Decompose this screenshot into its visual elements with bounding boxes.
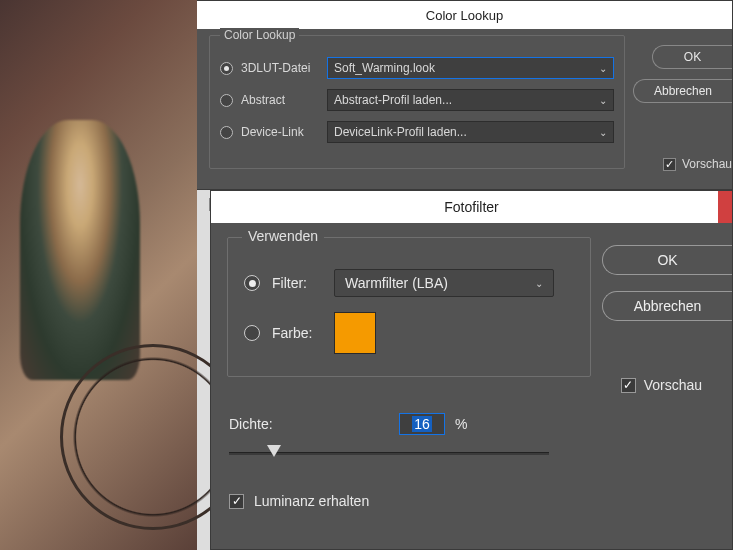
- radio-farbe[interactable]: [244, 325, 260, 341]
- fotofilter-dialog: Fotofilter Verwenden Filter: Warmfilter …: [210, 190, 733, 550]
- label-3dlut: 3DLUT-Datei: [241, 61, 319, 75]
- farbe-row: Farbe:: [244, 308, 574, 358]
- preview-row: Vorschau: [663, 157, 732, 171]
- select-filter-value: Warmfilter (LBA): [345, 275, 448, 291]
- chevron-down-icon: ⌄: [535, 278, 543, 289]
- radio-abstract[interactable]: [220, 94, 233, 107]
- preview-label: Vorschau: [682, 157, 732, 171]
- preview-checkbox[interactable]: [663, 158, 676, 171]
- chevron-down-icon: ⌄: [599, 95, 607, 106]
- ok-button[interactable]: OK: [602, 245, 732, 275]
- chevron-down-icon: ⌄: [599, 63, 607, 74]
- preview-label: Vorschau: [644, 377, 702, 393]
- dichte-input[interactable]: 16: [399, 413, 445, 435]
- chevron-down-icon: ⌄: [599, 127, 607, 138]
- luminanz-checkbox[interactable]: [229, 494, 244, 509]
- dichte-control: Dichte: 16 %: [229, 413, 589, 461]
- radio-3dlut[interactable]: [220, 62, 233, 75]
- color-lookup-dialog: Color Lookup Color Lookup 3DLUT-Datei So…: [197, 0, 733, 190]
- fotofilter-titlebar[interactable]: Fotofilter: [211, 191, 732, 223]
- dichte-slider[interactable]: [229, 445, 549, 461]
- preview-row: Vorschau: [621, 377, 702, 393]
- luminanz-label: Luminanz erhalten: [254, 493, 369, 509]
- select-devicelink-value: DeviceLink-Profil laden...: [334, 125, 467, 139]
- label-devicelink: Device-Link: [241, 125, 319, 139]
- verwenden-legend: Verwenden: [242, 228, 324, 244]
- dichte-unit: %: [455, 416, 467, 432]
- option-3dlut: 3DLUT-Datei Soft_Warming.look ⌄: [220, 52, 614, 84]
- label-farbe: Farbe:: [272, 325, 322, 341]
- radio-devicelink[interactable]: [220, 126, 233, 139]
- select-devicelink[interactable]: DeviceLink-Profil laden... ⌄: [327, 121, 614, 143]
- ok-button[interactable]: OK: [652, 45, 732, 69]
- color-swatch[interactable]: [334, 312, 376, 354]
- option-devicelink: Device-Link DeviceLink-Profil laden... ⌄: [220, 116, 614, 148]
- close-icon[interactable]: [718, 191, 732, 223]
- preview-photo: [0, 0, 197, 550]
- radio-filter[interactable]: [244, 275, 260, 291]
- select-3dlut[interactable]: Soft_Warming.look ⌄: [327, 57, 614, 79]
- select-abstract[interactable]: Abstract-Profil laden... ⌄: [327, 89, 614, 111]
- select-filter[interactable]: Warmfilter (LBA) ⌄: [334, 269, 554, 297]
- slider-thumb[interactable]: [267, 445, 281, 457]
- color-lookup-group: Color Lookup 3DLUT-Datei Soft_Warming.lo…: [209, 35, 625, 169]
- luminanz-row: Luminanz erhalten: [229, 493, 369, 509]
- select-abstract-value: Abstract-Profil laden...: [334, 93, 452, 107]
- option-abstract: Abstract Abstract-Profil laden... ⌄: [220, 84, 614, 116]
- color-lookup-title: Color Lookup: [426, 8, 503, 23]
- preview-checkbox[interactable]: [621, 378, 636, 393]
- cancel-button[interactable]: Abbrechen: [633, 79, 732, 103]
- dichte-label: Dichte:: [229, 416, 389, 432]
- label-filter: Filter:: [272, 275, 322, 291]
- cancel-button[interactable]: Abbrechen: [602, 291, 732, 321]
- verwenden-group: Verwenden Filter: Warmfilter (LBA) ⌄ Far…: [227, 237, 591, 377]
- label-abstract: Abstract: [241, 93, 319, 107]
- color-lookup-titlebar[interactable]: Color Lookup: [197, 1, 732, 29]
- select-3dlut-value: Soft_Warming.look: [334, 61, 435, 75]
- color-lookup-group-legend: Color Lookup: [220, 28, 299, 42]
- filter-row: Filter: Warmfilter (LBA) ⌄: [244, 258, 574, 308]
- fotofilter-title: Fotofilter: [444, 199, 498, 215]
